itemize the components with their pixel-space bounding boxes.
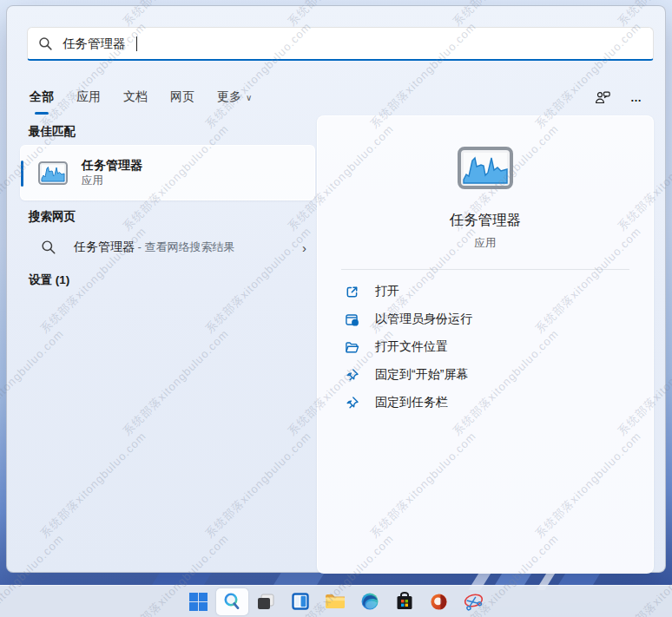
office-button[interactable] bbox=[422, 587, 457, 616]
action-label: 打开文件位置 bbox=[375, 339, 448, 355]
best-match-subtitle: 应用 bbox=[82, 174, 142, 188]
web-search-text: 任务管理器 - 查看网络搜索结果 bbox=[74, 240, 235, 255]
tab-apps[interactable]: 应用 bbox=[76, 88, 102, 107]
divider bbox=[341, 269, 629, 270]
more-options-icon[interactable]: … bbox=[630, 91, 643, 104]
action-open[interactable]: 打开 bbox=[345, 278, 653, 305]
action-pin-to-taskbar[interactable]: 固定到任务栏 bbox=[345, 389, 653, 417]
start-button[interactable] bbox=[181, 587, 216, 616]
tab-more[interactable]: 更多∨ bbox=[216, 88, 253, 107]
action-list: 打开 以管理员身份运行 打开文件位置 固定到“开始”屏幕 bbox=[318, 278, 653, 417]
windows-logo-icon bbox=[188, 592, 208, 612]
account-feedback-icon[interactable] bbox=[594, 89, 611, 106]
open-folder-icon bbox=[345, 340, 359, 355]
action-label: 打开 bbox=[375, 284, 399, 299]
preview-app-subtitle: 应用 bbox=[475, 236, 497, 251]
settings-header: 设置 (1) bbox=[29, 272, 69, 288]
tab-all[interactable]: 全部 bbox=[29, 88, 55, 107]
action-label: 固定到任务栏 bbox=[375, 395, 448, 410]
file-explorer-button[interactable] bbox=[318, 587, 352, 616]
microsoft-store-button[interactable] bbox=[387, 587, 422, 616]
action-label: 固定到“开始”屏幕 bbox=[375, 367, 468, 383]
office-icon bbox=[429, 592, 449, 612]
task-view-button[interactable] bbox=[248, 587, 283, 616]
tab-web[interactable]: 网页 bbox=[169, 88, 195, 107]
web-search-header: 搜索网页 bbox=[29, 209, 76, 225]
action-pin-to-start[interactable]: 固定到“开始”屏幕 bbox=[345, 361, 653, 389]
open-external-icon bbox=[345, 285, 359, 299]
screenshot-tool-button[interactable] bbox=[457, 587, 491, 616]
chevron-down-icon: ∨ bbox=[246, 93, 252, 102]
task-manager-large-icon bbox=[458, 147, 513, 189]
taskbar-search-button[interactable] bbox=[216, 588, 248, 615]
run-as-admin-icon bbox=[345, 312, 359, 327]
task-manager-small-icon bbox=[38, 161, 68, 185]
pin-icon bbox=[345, 396, 359, 410]
pin-icon bbox=[345, 368, 359, 383]
file-explorer-icon bbox=[324, 591, 346, 612]
task-view-icon bbox=[255, 591, 276, 612]
action-label: 以管理员身份运行 bbox=[375, 312, 472, 327]
tab-documents[interactable]: 文档 bbox=[122, 88, 148, 107]
action-run-as-admin[interactable]: 以管理员身份运行 bbox=[345, 305, 653, 333]
chevron-right-icon[interactable]: › bbox=[302, 240, 306, 255]
text-cursor bbox=[136, 36, 137, 51]
taskbar bbox=[0, 585, 672, 617]
preview-pane: 任务管理器 应用 打开 以管理员身份运行 打开文件位置 bbox=[317, 115, 654, 574]
search-input[interactable]: 任务管理器 bbox=[27, 27, 654, 61]
search-icon bbox=[41, 240, 56, 255]
search-icon bbox=[38, 36, 53, 51]
widgets-panel-button[interactable] bbox=[283, 587, 318, 616]
edge-button[interactable] bbox=[352, 587, 387, 616]
selection-accent-bar bbox=[21, 161, 23, 187]
search-gradient-icon bbox=[221, 591, 242, 612]
scissors-screenshot-icon bbox=[463, 591, 485, 612]
best-match-result[interactable]: 任务管理器 应用 bbox=[20, 145, 315, 200]
preview-app-title: 任务管理器 bbox=[450, 211, 522, 230]
widgets-panel-icon bbox=[290, 591, 311, 612]
search-query-text: 任务管理器 bbox=[63, 36, 126, 52]
best-match-header: 最佳匹配 bbox=[29, 124, 76, 140]
best-match-title: 任务管理器 bbox=[82, 157, 142, 174]
microsoft-store-icon bbox=[394, 591, 415, 612]
edge-icon bbox=[359, 591, 380, 612]
web-search-result[interactable]: 任务管理器 - 查看网络搜索结果 › bbox=[20, 230, 315, 265]
action-open-file-location[interactable]: 打开文件位置 bbox=[345, 333, 653, 361]
search-flyout-panel: 任务管理器 全部 应用 文档 网页 更多∨ … 最佳匹配 任务管理器 应用 bbox=[6, 5, 666, 573]
search-filter-tabs: 全部 应用 文档 网页 更多∨ … bbox=[29, 84, 643, 110]
